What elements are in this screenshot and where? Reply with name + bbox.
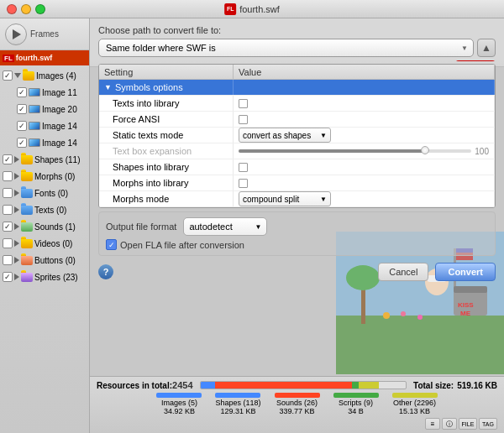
sprites-checkbox[interactable] (3, 272, 13, 282)
file-btn[interactable]: FILE (459, 418, 477, 430)
stats-title-row: Resources in total: 2454 Total size: 519… (97, 380, 497, 390)
sidebar-item-image2[interactable]: Image 20 (0, 101, 89, 117)
morphs-checkbox[interactable] (3, 171, 13, 181)
sidebar-item-buttons[interactable]: Buttons (0) (0, 252, 89, 269)
convert-button[interactable]: Convert (435, 263, 496, 281)
checkbox-icon[interactable] (239, 163, 248, 172)
checkbox-icon[interactable] (239, 179, 248, 188)
table-row[interactable]: Texts into library (99, 96, 495, 112)
sidebar-item-image4[interactable]: Image 14 (0, 134, 89, 151)
resources-count: 2454 (172, 380, 192, 390)
collapse-icon (14, 190, 19, 196)
settings-table: Setting Value ▼ Symbols options (98, 64, 496, 208)
collapse-icon (14, 206, 19, 213)
cancel-button[interactable]: Cancel (378, 263, 428, 281)
info-btn[interactable]: ⓘ (442, 418, 457, 430)
folder-icon (21, 256, 33, 265)
slider-fill (239, 149, 425, 153)
browse-button[interactable]: ▲ (477, 39, 496, 57)
buttons-checkbox[interactable] (3, 255, 13, 265)
table-row[interactable]: ▼ Symbols options (99, 80, 495, 96)
setting-cell: Shapes into library (99, 159, 234, 175)
table-row[interactable]: Morphs into library (99, 175, 495, 191)
slider-thumb (421, 146, 429, 154)
item-label: Videos (0) (34, 239, 87, 248)
sidebar-item-image3[interactable]: Image 14 (0, 117, 89, 134)
list-view-btn[interactable]: ≡ (425, 418, 440, 430)
sounds-checkbox[interactable] (3, 222, 13, 232)
maximize-button[interactable] (35, 4, 45, 14)
table-row[interactable]: Force ANSI (99, 112, 495, 128)
static-texts-select[interactable]: convert as shapes ▼ (239, 128, 331, 143)
table-row: Text box expansion 100 (99, 143, 495, 159)
minimize-button[interactable] (21, 4, 31, 14)
sidebar-item-sounds[interactable]: Sounds (1) (0, 218, 89, 235)
sidebar-item-fonts[interactable]: Fonts (0) (0, 185, 89, 201)
tag-btn[interactable]: TAG (479, 418, 497, 430)
path-select[interactable]: Same folder where SWF is ▼ (98, 39, 474, 57)
total-size-value: 519.16 KB (457, 381, 497, 390)
checkbox-icon[interactable] (239, 99, 248, 108)
img-thumb (29, 122, 40, 130)
images-mini-bar (156, 393, 202, 398)
sidebar-item-sprites[interactable]: Sprites (23) (0, 269, 89, 285)
folder-icon (21, 206, 33, 215)
texts-checkbox[interactable] (3, 205, 13, 215)
folder-icon (21, 172, 33, 181)
img-thumb (29, 88, 40, 97)
morphs-mode-select[interactable]: compound split ▼ (239, 191, 331, 206)
output-format-select[interactable]: autodetect ▼ (183, 217, 267, 236)
path-row: Same folder where SWF is ▼ ▲ (98, 39, 496, 57)
other-mini-bar (392, 393, 438, 398)
sidebar-tree: Images (4) Image 11 Image 20 Image 14 Im (0, 65, 89, 433)
play-button[interactable] (5, 23, 27, 45)
shapes-checkbox[interactable] (3, 154, 13, 164)
sidebar-item-image1[interactable]: Image 11 (0, 84, 89, 101)
img-checkbox[interactable] (17, 87, 27, 97)
img-checkbox[interactable] (17, 138, 27, 148)
expansion-slider[interactable] (239, 149, 471, 153)
img-checkbox[interactable] (17, 104, 27, 114)
fonts-checkbox[interactable] (3, 188, 13, 198)
table-row[interactable]: Static texts mode convert as shapes ▼ (99, 128, 495, 143)
sidebar-item-videos[interactable]: Videos (0) (0, 235, 89, 252)
images-checkbox[interactable] (3, 70, 13, 81)
frames-label: Frames (30, 29, 59, 39)
select-arrow: ▼ (255, 223, 261, 231)
sidebar-item-images[interactable]: Images (4) (0, 67, 89, 84)
slider-container: 100 (239, 147, 489, 156)
scripts-size: 34 B (348, 407, 364, 415)
table-row[interactable]: Morphs mode compound split ▼ (99, 191, 495, 207)
table-row[interactable]: Shapes into library (99, 159, 495, 175)
setting-cell: Morphs into library (99, 175, 234, 190)
window-title: FL fourth.swf (224, 3, 280, 15)
value-cell (234, 80, 495, 95)
collapse-icon (14, 257, 19, 263)
dialog-overlay: Choose path to convert file to: Same fol… (90, 18, 504, 433)
img-thumb (29, 105, 40, 113)
collapse-icon (14, 156, 19, 163)
item-label: Image 20 (42, 105, 87, 114)
close-button[interactable] (7, 4, 17, 14)
checkbox-icon[interactable] (239, 115, 248, 124)
sidebar-item-morphs[interactable]: Morphs (0) (0, 168, 89, 185)
item-label: Shapes (11) (34, 155, 87, 164)
folder-icon (23, 71, 34, 81)
select-arrow: ▼ (320, 196, 327, 203)
folder-icon (21, 239, 33, 248)
sounds-size: 339.77 KB (279, 407, 314, 415)
img-checkbox[interactable] (17, 121, 27, 131)
shapes-label: Shapes (118) (215, 399, 260, 407)
open-fla-checkbox[interactable]: ✓ (106, 239, 117, 250)
sidebar-item-shapes[interactable]: Shapes (11) (0, 151, 89, 168)
swf-icon: FL (224, 3, 236, 15)
images-size: 34.92 KB (164, 407, 195, 415)
help-button[interactable]: ? (98, 264, 113, 279)
item-label: Buttons (0) (34, 256, 87, 265)
sidebar-item-texts[interactable]: Texts (0) (0, 201, 89, 218)
videos-checkbox[interactable] (3, 238, 13, 248)
shapes-mini-bar (215, 393, 260, 398)
sounds-mini-bar (275, 393, 320, 398)
scripts-label: Scripts (9) (339, 399, 373, 407)
item-label: Image 11 (42, 88, 87, 97)
